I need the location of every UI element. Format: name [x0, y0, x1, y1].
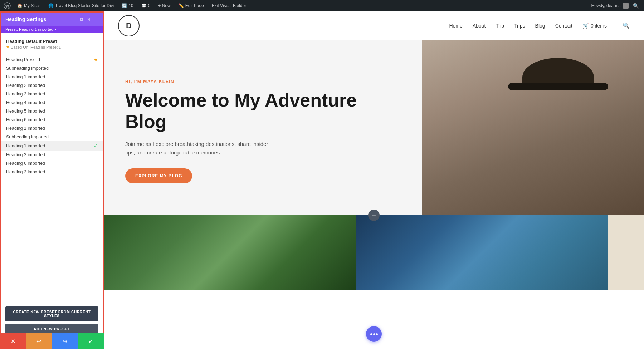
- preset-divider: [6, 53, 98, 53]
- redo-button[interactable]: ↪: [52, 333, 78, 349]
- sidebar-header: Heading Settings ⧉ ⊡ ⋮: [1, 13, 103, 26]
- cancel-icon: ✕: [11, 338, 15, 345]
- check-icon: ✓: [93, 143, 98, 149]
- cancel-button[interactable]: ✕: [0, 333, 26, 349]
- preset-item[interactable]: Heading 6 imported: [1, 159, 103, 168]
- website-preview: D Home About Trip Trips Blog Contact 🛒 0…: [104, 11, 644, 349]
- svg-text:W: W: [5, 4, 9, 8]
- main-content: D Home About Trip Trips Blog Contact 🛒 0…: [104, 11, 644, 349]
- admin-bar-updates[interactable]: 🔄 10: [119, 3, 136, 9]
- nav-link-about[interactable]: About: [473, 23, 486, 29]
- preset-item[interactable]: Heading 3 imported: [1, 168, 103, 176]
- preset-item-label: Subheading imported: [6, 134, 49, 139]
- admin-bar-comments[interactable]: 💬 0: [138, 3, 153, 9]
- preset-item-label: Heading 2 imported: [6, 152, 45, 157]
- preset-item-active[interactable]: Heading 1 imported ✓: [1, 141, 103, 151]
- save-button[interactable]: ✓: [78, 333, 104, 349]
- preset-item[interactable]: Heading 2 imported: [1, 151, 103, 159]
- preset-item[interactable]: Subheading imported: [1, 64, 103, 73]
- site-logo: D: [118, 15, 140, 36]
- edit-icon: ✏️: [179, 3, 184, 8]
- updates-icon: 🔄: [122, 3, 127, 8]
- add-section-button[interactable]: +: [368, 210, 380, 221]
- gallery-item-partial: [608, 215, 644, 290]
- sidebar-title: Heading Settings: [5, 16, 46, 22]
- nav-link-home[interactable]: Home: [449, 23, 462, 29]
- hero-subtitle: HI, I'M MAYA KLEIN: [125, 79, 401, 84]
- gallery-item-lake: [356, 215, 608, 290]
- hat-brim: [508, 83, 608, 90]
- preset-label: Preset: Heading 1 imported: [5, 27, 53, 31]
- preset-item-label: Heading 3 imported: [6, 92, 45, 97]
- hero-image: [422, 40, 644, 215]
- admin-bar-sites[interactable]: 🏠 My Sites: [14, 3, 43, 9]
- save-icon: ✓: [88, 338, 93, 345]
- sites-icon: 🏠: [17, 3, 23, 8]
- main-container: Heading Settings ⧉ ⊡ ⋮ Preset: Heading 1…: [0, 11, 644, 349]
- hero-description: Join me as I explore breathtaking destin…: [125, 140, 275, 157]
- redo-icon: ↪: [63, 338, 67, 345]
- preset-item-label: Subheading imported: [6, 66, 49, 71]
- sidebar-expand-icon[interactable]: ⧉: [80, 16, 83, 22]
- site-icon: 🌐: [48, 3, 54, 8]
- undo-button[interactable]: ↩: [26, 333, 52, 349]
- preset-item-label: Heading 1 imported: [6, 74, 45, 79]
- preset-item-label: Heading 3 imported: [6, 169, 45, 174]
- preset-bar[interactable]: Preset: Heading 1 imported ▾: [1, 26, 103, 33]
- admin-bar-exit-builder[interactable]: Exit Visual Builder: [209, 3, 249, 9]
- preset-item[interactable]: Heading 6 imported: [1, 115, 103, 124]
- preset-list-container: Heading Default Preset ★ Based On: Headi…: [1, 33, 103, 303]
- preset-item-label: Heading 6 imported: [6, 161, 45, 166]
- nav-link-trip[interactable]: Trip: [496, 23, 504, 29]
- admin-bar-new[interactable]: + New: [155, 3, 173, 9]
- floating-action-button[interactable]: [366, 326, 382, 342]
- preset-item[interactable]: Heading 1 imported: [1, 73, 103, 81]
- preset-item[interactable]: Heading 2 imported: [1, 81, 103, 90]
- comments-icon: 💬: [141, 3, 147, 8]
- default-preset-name: Heading Default Preset: [6, 39, 98, 44]
- preset-item[interactable]: Heading 1 imported: [1, 124, 103, 133]
- site-nav: D Home About Trip Trips Blog Contact 🛒 0…: [104, 11, 644, 40]
- preset-item[interactable]: Heading Preset 1 ★: [1, 55, 103, 64]
- hero-explore-button[interactable]: EXPLORE MY BLOG: [125, 168, 192, 183]
- nav-search-icon[interactable]: 🔍: [623, 22, 630, 29]
- default-preset-group[interactable]: Heading Default Preset ★ Based On: Headi…: [1, 36, 103, 51]
- gallery-item-waterfall: [104, 215, 356, 290]
- wp-admin-bar: W 🏠 My Sites 🌐 Travel Blog Starter Site …: [0, 0, 644, 11]
- nav-link-blog[interactable]: Blog: [535, 23, 545, 29]
- nav-cart[interactable]: 🛒 0 items: [582, 23, 607, 29]
- user-avatar: [623, 3, 629, 9]
- default-preset-based-on: ★ Based On: Heading Preset 1: [6, 45, 98, 49]
- sidebar-header-icons: ⧉ ⊡ ⋮: [80, 16, 98, 22]
- bottom-toolbar: ✕ ↩ ↪ ✓: [0, 333, 104, 349]
- star-icon: ★: [6, 45, 10, 49]
- sidebar-menu-icon[interactable]: ⋮: [93, 16, 98, 22]
- preset-item[interactable]: Heading 3 imported: [1, 90, 103, 98]
- dots-icon: [370, 333, 378, 335]
- wp-logo-icon[interactable]: W: [3, 1, 11, 10]
- preset-item-label: Heading Preset 1: [6, 57, 41, 62]
- preset-item-label: Heading 1 imported: [6, 126, 45, 131]
- preset-item[interactable]: Heading 4 imported: [1, 98, 103, 107]
- hero-title: Welcome to My Adventure Blog: [125, 90, 401, 133]
- admin-search-icon[interactable]: 🔍: [631, 2, 641, 9]
- nav-link-trips[interactable]: Trips: [514, 23, 525, 29]
- nav-link-contact[interactable]: Contact: [555, 23, 572, 29]
- admin-bar-site-name[interactable]: 🌐 Travel Blog Starter Site for Divi: [45, 3, 117, 9]
- hero-bg-image: [422, 40, 644, 215]
- sidebar-layout-icon[interactable]: ⊡: [86, 16, 91, 22]
- admin-bar-howdy: Howdy, deanna 🔍: [591, 2, 641, 9]
- create-preset-button[interactable]: CREATE NEW PRESET FROM CURRENT STYLES: [5, 306, 98, 321]
- preset-item-label: Heading 5 imported: [6, 109, 45, 114]
- star-opt-icon: ★: [94, 57, 98, 62]
- preset-item[interactable]: Subheading imported: [1, 133, 103, 141]
- undo-icon: ↩: [36, 338, 41, 345]
- plus-icon: +: [372, 211, 376, 220]
- preset-chevron-icon: ▾: [55, 28, 57, 31]
- admin-bar-edit-page[interactable]: ✏️ Edit Page: [176, 3, 207, 9]
- hero-left: HI, I'M MAYA KLEIN Welcome to My Adventu…: [104, 40, 422, 215]
- site-nav-links: Home About Trip Trips Blog Contact 🛒 0 i…: [449, 22, 630, 29]
- preset-item[interactable]: Heading 5 imported: [1, 107, 103, 115]
- preset-item-label: Heading 2 imported: [6, 83, 45, 88]
- preset-item-label: Heading 4 imported: [6, 100, 45, 105]
